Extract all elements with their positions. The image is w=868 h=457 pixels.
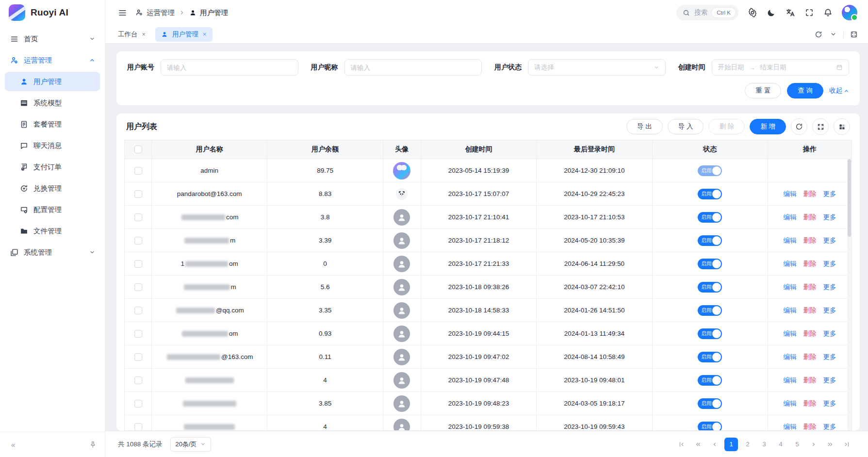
edit-link[interactable]: 编辑	[783, 306, 796, 315]
edit-link[interactable]: 编辑	[783, 423, 796, 431]
page-size-select[interactable]: 20条/页	[170, 437, 211, 452]
delete-button[interactable]: 删 除	[708, 119, 745, 134]
more-link[interactable]: 更多	[823, 399, 836, 408]
maximize-layout-icon[interactable]	[847, 28, 861, 41]
row-checkbox[interactable]	[134, 213, 142, 221]
row-checkbox[interactable]	[134, 190, 142, 198]
status-toggle[interactable]: 启用	[698, 259, 722, 269]
collapse-filters-link[interactable]: 收起	[829, 86, 849, 95]
prev-group-button[interactable]	[691, 438, 705, 451]
status-toggle[interactable]: 启用	[698, 282, 722, 293]
sidebar-item-system-management[interactable]: 系统管理	[5, 243, 100, 262]
more-link[interactable]: 更多	[823, 283, 836, 292]
global-search[interactable]: 搜索 Ctrl K	[676, 5, 738, 20]
sidebar-item-home[interactable]: 首页	[5, 29, 100, 49]
edit-link[interactable]: 编辑	[783, 260, 796, 268]
edit-link[interactable]: 编辑	[783, 283, 796, 292]
edit-link[interactable]: 编辑	[783, 329, 796, 338]
fullscreen-icon[interactable]	[804, 8, 814, 18]
brand[interactable]: Ruoyi AI	[0, 0, 105, 25]
account-input[interactable]	[161, 59, 298, 76]
delete-link[interactable]: 删除	[803, 190, 816, 198]
edit-link[interactable]: 编辑	[783, 376, 796, 385]
delete-link[interactable]: 删除	[803, 329, 816, 338]
status-toggle[interactable]: 启用	[698, 375, 722, 386]
table-scrollbar-thumb[interactable]	[848, 159, 851, 237]
sidebar-item-package-management[interactable]: 套餐管理	[5, 114, 100, 134]
page-button-2[interactable]: 2	[741, 438, 754, 451]
row-checkbox[interactable]	[134, 167, 142, 175]
chevron-down-icon[interactable]	[826, 28, 840, 41]
row-checkbox[interactable]	[134, 260, 142, 268]
edit-link[interactable]: 编辑	[783, 190, 796, 198]
status-toggle[interactable]: 启用	[698, 352, 722, 362]
sidebar-pin-button[interactable]	[87, 440, 98, 450]
more-link[interactable]: 更多	[823, 306, 836, 315]
nickname-input[interactable]	[344, 59, 482, 76]
sidebar-item-chat-messages[interactable]: 聊天消息	[5, 136, 100, 155]
page-button-1[interactable]: 1	[724, 438, 738, 451]
language-translate-icon[interactable]	[785, 8, 795, 18]
status-toggle[interactable]: 启用	[698, 212, 722, 223]
row-checkbox[interactable]	[134, 307, 142, 314]
sidebar-item-operations[interactable]: 运营管理	[5, 50, 100, 70]
menu-fold-icon[interactable]	[117, 7, 128, 18]
date-range-picker[interactable]: 开始日期 → 结束日期	[712, 59, 850, 76]
import-button[interactable]: 导 入	[668, 119, 704, 134]
more-link[interactable]: 更多	[823, 213, 836, 222]
dark-mode-moon-icon[interactable]	[766, 8, 776, 18]
export-button[interactable]: 导 出	[626, 119, 663, 134]
delete-link[interactable]: 删除	[803, 306, 816, 315]
first-page-button[interactable]	[675, 438, 688, 451]
query-button[interactable]: 查 询	[787, 83, 823, 98]
delete-link[interactable]: 删除	[803, 353, 816, 361]
status-toggle[interactable]: 启用	[698, 305, 722, 316]
sidebar-item-user-management[interactable]: 用户管理	[5, 72, 100, 91]
sidebar-item-file-management[interactable]: 文件管理	[5, 221, 100, 241]
edit-link[interactable]: 编辑	[783, 353, 796, 361]
refresh-icon[interactable]	[791, 118, 807, 135]
sidebar-item-payment-orders[interactable]: 支付订单	[5, 157, 100, 177]
status-toggle[interactable]: 启用	[698, 235, 722, 246]
row-checkbox[interactable]	[134, 237, 142, 245]
delete-link[interactable]: 删除	[803, 399, 816, 408]
more-link[interactable]: 更多	[823, 353, 836, 361]
row-checkbox[interactable]	[134, 353, 142, 361]
column-settings-icon[interactable]	[834, 118, 850, 135]
status-toggle[interactable]: 启用	[698, 189, 722, 199]
row-checkbox[interactable]	[134, 283, 142, 291]
delete-link[interactable]: 删除	[803, 236, 816, 245]
page-button-3[interactable]: 3	[757, 438, 771, 451]
status-toggle[interactable]: 启用	[698, 398, 722, 409]
more-link[interactable]: 更多	[823, 190, 836, 198]
expand-fullscreen-icon[interactable]	[812, 118, 829, 135]
delete-link[interactable]: 删除	[803, 213, 816, 222]
row-checkbox[interactable]	[134, 400, 142, 408]
status-toggle[interactable]: 启用	[698, 422, 722, 431]
more-link[interactable]: 更多	[823, 423, 836, 431]
sidebar-collapse-button[interactable]: «	[7, 439, 19, 451]
breadcrumb-item-operations[interactable]: 运营管理	[135, 8, 175, 17]
next-group-button[interactable]	[823, 438, 837, 451]
status-toggle[interactable]: 启用	[698, 328, 722, 339]
breadcrumb-item-user-management[interactable]: 用户管理	[189, 8, 228, 17]
more-link[interactable]: 更多	[823, 376, 836, 385]
sidebar-item-config-management[interactable]: 配置管理	[5, 200, 100, 219]
more-link[interactable]: 更多	[823, 236, 836, 245]
reset-button[interactable]: 重 置	[745, 83, 781, 98]
user-avatar[interactable]	[842, 5, 857, 20]
notifications-bell-icon[interactable]	[823, 8, 833, 18]
next-page-button[interactable]	[807, 438, 820, 451]
close-icon[interactable]: ×	[203, 31, 207, 38]
edit-link[interactable]: 编辑	[783, 399, 796, 408]
delete-link[interactable]: 删除	[803, 283, 816, 292]
close-icon[interactable]: ×	[142, 31, 146, 38]
page-button-4[interactable]: 4	[774, 438, 787, 451]
prev-page-button[interactable]	[708, 438, 721, 451]
row-checkbox[interactable]	[134, 376, 142, 384]
select-all-checkbox[interactable]	[134, 146, 142, 153]
edit-link[interactable]: 编辑	[783, 213, 796, 222]
edit-link[interactable]: 编辑	[783, 236, 796, 245]
tab-workbench[interactable]: 工作台 ×	[112, 27, 151, 42]
refresh-icon[interactable]	[811, 28, 826, 41]
